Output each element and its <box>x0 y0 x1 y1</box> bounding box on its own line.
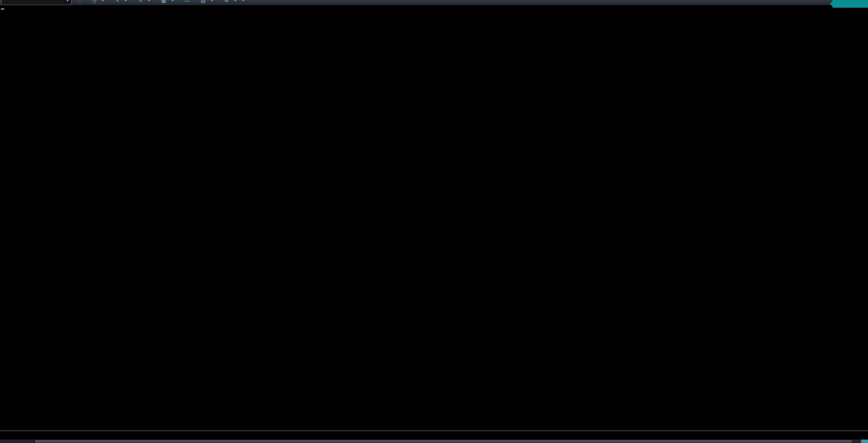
clock-icon: ◷ <box>92 0 96 3</box>
scrollbar-corner-button[interactable] <box>861 440 868 443</box>
chevron-down-icon: ▾ <box>172 0 174 3</box>
chevron-down-icon: ▾ <box>148 0 150 3</box>
gear-icon: ⚙ <box>224 0 229 3</box>
trading-app-window: { "window": {"width": 2026, "height": 10… <box>0 0 868 443</box>
chevron-down-icon: ▾ <box>66 0 69 3</box>
toolbar-item-settings[interactable]: ⚙▾ <box>224 0 236 3</box>
chevron-down-icon: ▾ <box>211 0 213 3</box>
chevron-down-icon: ▾ <box>125 0 127 3</box>
toolbar-item-data[interactable]: ▤▾ <box>201 0 213 3</box>
flask-icon: ⚗ <box>138 0 143 3</box>
toolbar-item-style[interactable]: ▦▾ <box>161 0 174 3</box>
chart-icon: ▤ <box>201 0 205 3</box>
chart-canvas[interactable] <box>0 13 868 431</box>
box-icon: ▭ <box>185 0 189 3</box>
chevron-down-icon[interactable]: ▾ <box>242 0 245 3</box>
toolbar-item-drawing[interactable]: ✎▾ <box>115 0 127 3</box>
pencil-icon: ✎ <box>115 0 119 3</box>
chevron-down-icon: ▾ <box>102 0 104 3</box>
toolbar-divider: | <box>79 0 81 3</box>
volume-value-tag <box>832 0 868 8</box>
grid-icon: ▦ <box>161 0 166 3</box>
status-badge <box>1 9 4 9</box>
chevron-down-icon: ▾ <box>234 0 236 3</box>
time-axis[interactable] <box>0 431 868 440</box>
status-bar <box>0 5 868 13</box>
toolbar-box-icon[interactable]: ▭ <box>185 0 189 3</box>
scrollbar-thumb[interactable] <box>35 440 852 443</box>
toolbar-item-studies[interactable]: ⚗▾ <box>138 0 150 3</box>
symbol-combo[interactable]: ▾ <box>1 0 72 5</box>
toolbar-item-timeframe[interactable]: ◷▾ <box>92 0 104 3</box>
chart-area[interactable] <box>0 13 868 431</box>
